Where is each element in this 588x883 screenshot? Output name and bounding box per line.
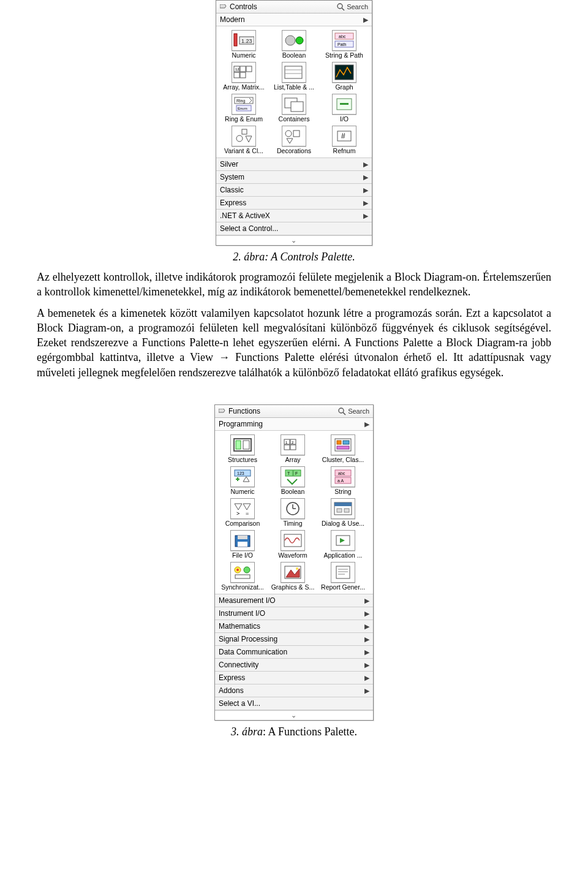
subcategory-label: Measurement I/O bbox=[219, 596, 276, 605]
controls-item-graph[interactable]: Graph bbox=[320, 62, 368, 93]
subcategory-label: Data Communication bbox=[219, 648, 287, 656]
item-label: Refnum bbox=[333, 148, 356, 156]
subcategory-label: Addons bbox=[219, 686, 244, 695]
functions-item-fileio[interactable]: File I/O bbox=[219, 530, 266, 561]
controls-item-containers[interactable]: Containers bbox=[270, 94, 318, 124]
controls-item-variant[interactable]: Variant & Cl... bbox=[220, 126, 268, 156]
fileio-icon bbox=[230, 530, 255, 551]
subcategory-express[interactable]: Express▶ bbox=[215, 672, 373, 684]
item-label: Waveform bbox=[278, 552, 307, 561]
controls-grid: NumericBooleanString & PathArray, Matrix… bbox=[216, 26, 372, 158]
search-button[interactable]: Search bbox=[338, 407, 369, 415]
subcategory-mathematics[interactable]: Mathematics▶ bbox=[215, 620, 373, 633]
item-label: Boolean bbox=[282, 52, 306, 61]
subcategory-label: Connectivity bbox=[219, 661, 258, 669]
controls-item-decor[interactable]: Decorations bbox=[270, 126, 318, 156]
ring-icon bbox=[232, 94, 256, 115]
subcategory-instrument-i-o[interactable]: Instrument I/O▶ bbox=[215, 607, 373, 620]
functions-item-sync[interactable]: Synchronizat... bbox=[219, 562, 266, 593]
subcategory-label: Instrument I/O bbox=[219, 609, 265, 618]
chevron-right-icon: ▶ bbox=[364, 597, 369, 605]
controls-item-array[interactable]: Array, Matrix... bbox=[220, 62, 268, 93]
subcategory-silver[interactable]: Silver▶ bbox=[216, 158, 372, 171]
pin-icon[interactable] bbox=[220, 4, 227, 9]
controls-item-boolean[interactable]: Boolean bbox=[270, 30, 318, 61]
item-label: Structures bbox=[228, 457, 257, 465]
subcategory-data-communication[interactable]: Data Communication▶ bbox=[215, 646, 373, 659]
item-label: Graph bbox=[335, 84, 353, 93]
subcategory-select-a-vi[interactable]: Select a VI... bbox=[215, 697, 373, 710]
string-icon bbox=[332, 30, 356, 51]
subcategory-measurement-i-o[interactable]: Measurement I/O▶ bbox=[215, 594, 373, 607]
chevron-right-icon: ▶ bbox=[363, 173, 368, 181]
functions-item-fstring[interactable]: String bbox=[319, 466, 367, 497]
comp-icon bbox=[230, 498, 255, 519]
subcategory-connectivity[interactable]: Connectivity▶ bbox=[215, 659, 373, 672]
subcategory-addons[interactable]: Addons▶ bbox=[215, 684, 373, 697]
functions-item-timing[interactable]: Timing bbox=[269, 498, 317, 529]
chevron-right-icon: ▶ bbox=[363, 186, 368, 194]
functions-item-fboolean[interactable]: Boolean bbox=[269, 466, 317, 497]
paragraph-1: Az elhelyezett kontrollok, illetve indik… bbox=[37, 270, 551, 300]
controls-item-numeric[interactable]: Numeric bbox=[220, 30, 268, 61]
pin-icon[interactable] bbox=[219, 409, 226, 414]
functions-item-fnumeric[interactable]: Numeric bbox=[219, 466, 266, 497]
functions-item-dialog[interactable]: Dialog & Use... bbox=[319, 498, 367, 529]
subcategory-label: Express bbox=[219, 673, 245, 682]
subcategory-label: Select a Control... bbox=[220, 224, 278, 233]
farray-icon bbox=[281, 434, 305, 455]
functions-item-cluster[interactable]: Cluster, Clas... bbox=[319, 434, 367, 465]
item-label: Numeric bbox=[232, 52, 255, 61]
controls-item-io[interactable]: I/O bbox=[320, 94, 368, 124]
item-label: Boolean bbox=[281, 488, 305, 497]
subcategory-system[interactable]: System▶ bbox=[216, 171, 372, 184]
subcategory-net-activex[interactable]: .NET & ActiveX▶ bbox=[216, 210, 372, 222]
search-button[interactable]: Search bbox=[337, 3, 368, 11]
palette-title: Functions bbox=[228, 407, 260, 415]
subcategory-signal-processing[interactable]: Signal Processing▶ bbox=[215, 633, 373, 646]
chevron-right-icon: ▶ bbox=[364, 635, 369, 643]
array-icon bbox=[232, 62, 256, 83]
cluster-icon bbox=[331, 434, 355, 455]
functions-item-comp[interactable]: Comparison bbox=[219, 498, 266, 529]
functions-item-farray[interactable]: Array bbox=[269, 434, 317, 465]
controls-item-string[interactable]: String & Path bbox=[320, 30, 368, 61]
category-modern[interactable]: Modern ▶ bbox=[216, 13, 372, 26]
item-label: Comparison bbox=[225, 520, 260, 529]
subcategory-label: Signal Processing bbox=[219, 635, 277, 643]
struct-icon bbox=[230, 434, 255, 455]
functions-item-app[interactable]: Application ... bbox=[319, 530, 367, 561]
numeric-icon bbox=[232, 30, 256, 51]
item-label: Numeric bbox=[230, 488, 254, 497]
subcategory-express[interactable]: Express▶ bbox=[216, 197, 372, 210]
chevron-right-icon: ▶ bbox=[364, 674, 369, 682]
expand-down-button[interactable]: ⌄ bbox=[215, 710, 373, 720]
search-label: Search bbox=[348, 407, 369, 415]
subcategory-label: Select a VI... bbox=[219, 699, 260, 708]
controls-item-list[interactable]: List,Table & ... bbox=[270, 62, 318, 93]
expand-down-button[interactable]: ⌄ bbox=[216, 235, 372, 245]
fnumeric-icon bbox=[230, 466, 255, 487]
subcategory-select-a-control[interactable]: Select a Control... bbox=[216, 222, 372, 235]
paragraph-2: A bemenetek és a kimenetek között valami… bbox=[37, 306, 551, 380]
controls-item-refnum[interactable]: Refnum bbox=[320, 126, 368, 156]
controls-item-ring[interactable]: Ring & Enum bbox=[220, 94, 268, 124]
item-label: String & Path bbox=[325, 52, 363, 61]
subcategory-label: Mathematics bbox=[219, 622, 260, 631]
timing-icon bbox=[281, 498, 305, 519]
subcategory-label: System bbox=[220, 173, 244, 181]
functions-item-gfx[interactable]: Graphics & S... bbox=[269, 562, 317, 593]
functions-item-struct[interactable]: Structures bbox=[219, 434, 266, 465]
functions-item-wave[interactable]: Waveform bbox=[269, 530, 317, 561]
functions-item-report[interactable]: Report Gener... bbox=[319, 562, 367, 593]
chevron-right-icon: ▶ bbox=[364, 648, 369, 656]
category-programming[interactable]: Programming ▶ bbox=[215, 418, 373, 431]
subcategory-label: Silver bbox=[220, 160, 238, 169]
item-label: String bbox=[334, 488, 351, 497]
decor-icon bbox=[282, 126, 306, 146]
subcategory-classic[interactable]: Classic▶ bbox=[216, 184, 372, 197]
chevron-right-icon: ▶ bbox=[364, 623, 369, 631]
item-label: Ring & Enum bbox=[225, 116, 263, 124]
subcategory-label: Classic bbox=[220, 186, 244, 194]
controls-palette: Controls Search Modern ▶ NumericBooleanS… bbox=[216, 0, 372, 246]
